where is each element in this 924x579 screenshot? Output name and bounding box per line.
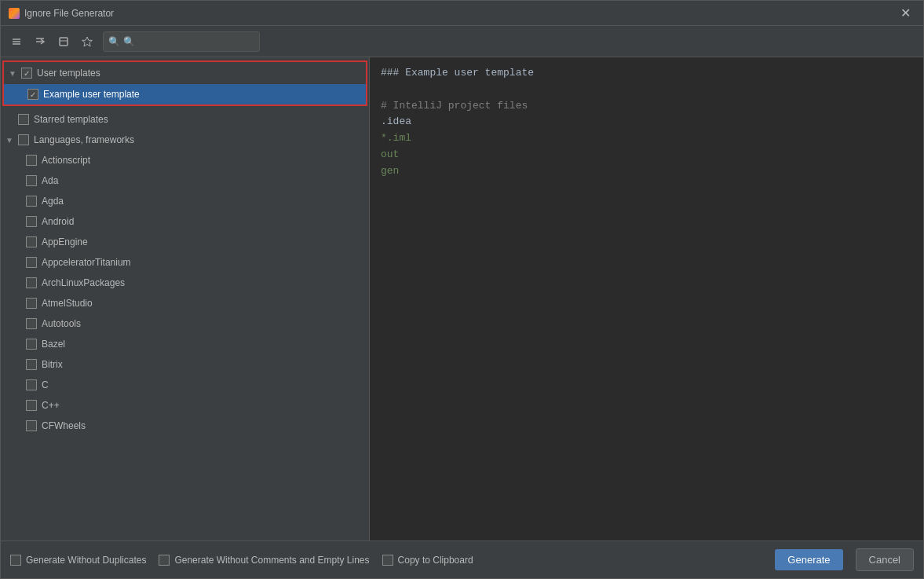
archlinux-checkbox[interactable] bbox=[26, 277, 37, 288]
bazel-checkbox[interactable] bbox=[26, 339, 37, 350]
bottom-bar: Generate Without Duplicates Generate Wit… bbox=[1, 541, 923, 578]
c-label: C bbox=[42, 379, 49, 390]
starred-templates-checkbox[interactable] bbox=[18, 114, 29, 125]
close-button[interactable]: ✕ bbox=[896, 4, 915, 22]
copy-to-clipboard-label: Copy to Clipboard bbox=[398, 555, 473, 566]
collapse-all-button[interactable] bbox=[29, 31, 51, 53]
list-item[interactable]: Ada bbox=[1, 170, 369, 191]
generate-without-comments-checkbox[interactable] bbox=[159, 555, 170, 566]
example-item-label: Example user template bbox=[43, 89, 140, 100]
title-bar: Ignore File Generator ✕ bbox=[1, 1, 923, 26]
app-icon bbox=[9, 8, 20, 19]
list-item[interactable]: Agda bbox=[1, 191, 369, 211]
bazel-label: Bazel bbox=[42, 339, 65, 350]
autotools-checkbox[interactable] bbox=[26, 318, 37, 329]
android-label: Android bbox=[42, 216, 74, 227]
expand-icon bbox=[11, 36, 22, 47]
generate-without-duplicates-label: Generate Without Duplicates bbox=[26, 555, 146, 566]
search-container: 🔍 bbox=[103, 31, 260, 52]
c-checkbox[interactable] bbox=[26, 379, 37, 390]
user-templates-section: User templates Example user template bbox=[2, 60, 367, 106]
bitrix-checkbox[interactable] bbox=[26, 359, 37, 370]
generate-without-comments-item: Generate Without Comments and Empty Line… bbox=[159, 555, 369, 566]
search-input[interactable] bbox=[123, 36, 254, 47]
main-content: User templates Example user template Sta… bbox=[1, 57, 923, 541]
svg-rect-5 bbox=[60, 38, 68, 46]
cpp-label: C++ bbox=[42, 400, 60, 411]
generate-without-comments-label: Generate Without Comments and Empty Line… bbox=[174, 555, 369, 566]
user-templates-checkbox[interactable] bbox=[21, 68, 32, 79]
list-item[interactable]: AppEngine bbox=[1, 232, 369, 252]
cancel-button[interactable]: Cancel bbox=[856, 548, 914, 571]
list-item[interactable]: AtmelStudio bbox=[1, 293, 369, 313]
ada-checkbox[interactable] bbox=[26, 175, 37, 186]
svg-marker-7 bbox=[82, 37, 93, 46]
appcelerator-checkbox[interactable] bbox=[26, 257, 37, 268]
collapse-icon bbox=[35, 36, 46, 47]
toolbar: 🔍 bbox=[1, 26, 923, 57]
toggle-icon bbox=[58, 36, 69, 47]
languages-checkbox[interactable] bbox=[18, 134, 29, 145]
ada-label: Ada bbox=[42, 175, 58, 186]
star-button[interactable] bbox=[76, 31, 98, 53]
preview-line-4: .idea bbox=[381, 114, 912, 130]
left-panel: User templates Example user template Sta… bbox=[1, 57, 370, 541]
agda-label: Agda bbox=[42, 196, 64, 207]
appcelerator-label: AppceleratorTitanium bbox=[42, 257, 131, 268]
generate-without-duplicates-item: Generate Without Duplicates bbox=[10, 555, 146, 566]
appengine-label: AppEngine bbox=[42, 236, 88, 247]
preview-line-3: # IntelliJ project files bbox=[381, 98, 912, 115]
list-item[interactable]: Autotools bbox=[1, 313, 369, 334]
list-item[interactable]: Android bbox=[1, 211, 369, 232]
star-icon bbox=[82, 36, 93, 47]
user-templates-chevron bbox=[9, 69, 18, 78]
android-checkbox[interactable] bbox=[26, 216, 37, 227]
cfwheels-label: CFWheels bbox=[42, 420, 86, 431]
preview-line-2 bbox=[381, 82, 912, 98]
autotools-label: Autotools bbox=[42, 318, 81, 329]
preview-line-7: gen bbox=[381, 163, 912, 180]
list-item[interactable]: AppceleratorTitanium bbox=[1, 252, 369, 273]
list-item[interactable]: C bbox=[1, 375, 369, 395]
list-item[interactable]: Actionscript bbox=[1, 150, 369, 170]
atmelstudio-checkbox[interactable] bbox=[26, 298, 37, 309]
preview-line-5: *.iml bbox=[381, 130, 912, 147]
user-templates-header[interactable]: User templates bbox=[4, 62, 366, 84]
generate-without-duplicates-checkbox[interactable] bbox=[10, 555, 21, 566]
appengine-checkbox[interactable] bbox=[26, 236, 37, 247]
languages-chevron bbox=[5, 136, 15, 145]
preview-line-6: out bbox=[381, 147, 912, 163]
window-title: Ignore File Generator bbox=[24, 8, 896, 19]
actionscript-label: Actionscript bbox=[42, 155, 90, 166]
expand-all-button[interactable] bbox=[5, 31, 27, 53]
user-templates-label: User templates bbox=[37, 68, 100, 79]
list-item[interactable]: CFWheels bbox=[1, 416, 369, 436]
list-item[interactable]: ArchLinuxPackages bbox=[1, 273, 369, 293]
cpp-checkbox[interactable] bbox=[26, 400, 37, 411]
toggle-button[interactable] bbox=[53, 31, 75, 53]
cfwheels-checkbox[interactable] bbox=[26, 420, 37, 431]
preview-line-1: ### Example user template bbox=[381, 65, 912, 82]
generate-button[interactable]: Generate bbox=[775, 549, 842, 570]
list-item[interactable]: Bazel bbox=[1, 334, 369, 354]
languages-frameworks-label: Languages, frameworks bbox=[34, 134, 134, 145]
code-preview: ### Example user template # IntelliJ pro… bbox=[370, 57, 923, 541]
list-item[interactable]: C++ bbox=[1, 395, 369, 416]
actionscript-checkbox[interactable] bbox=[26, 155, 37, 166]
agda-checkbox[interactable] bbox=[26, 196, 37, 207]
bitrix-label: Bitrix bbox=[42, 359, 63, 370]
main-window: Ignore File Generator ✕ bbox=[0, 0, 924, 579]
copy-to-clipboard-item: Copy to Clipboard bbox=[382, 555, 473, 566]
search-icon: 🔍 bbox=[108, 36, 120, 47]
archlinux-label: ArchLinuxPackages bbox=[42, 277, 125, 288]
copy-to-clipboard-checkbox[interactable] bbox=[382, 555, 393, 566]
starred-templates-label: Starred templates bbox=[34, 114, 108, 125]
atmelstudio-label: AtmelStudio bbox=[42, 298, 93, 309]
languages-frameworks-item[interactable]: Languages, frameworks bbox=[1, 130, 369, 150]
example-item[interactable]: Example user template bbox=[4, 84, 366, 104]
list-item[interactable]: Bitrix bbox=[1, 354, 369, 375]
starred-templates-item[interactable]: Starred templates bbox=[1, 109, 369, 130]
example-checkbox[interactable] bbox=[27, 89, 38, 100]
